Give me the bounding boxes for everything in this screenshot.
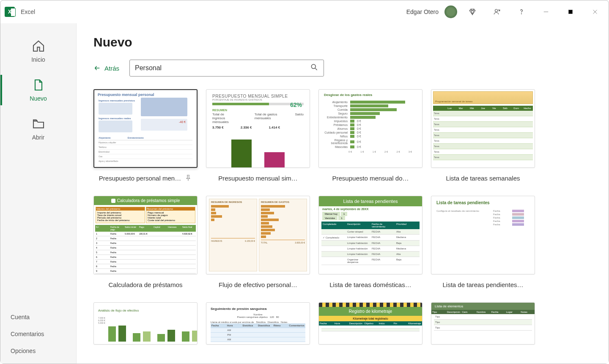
template-thumbnail: Seguimiento de presión sanguínea NombreP… — [206, 302, 310, 345]
template-card[interactable]: Análisis de flujo de efectivo 7.000 €6.0… — [93, 302, 198, 345]
sidebar-item-feedback[interactable]: Comentarios — [0, 326, 76, 342]
maximize-icon[interactable] — [561, 3, 580, 21]
template-card[interactable]: Lista de elementos TipoDescripciónCant.N… — [431, 302, 535, 345]
pin-icon[interactable] — [184, 174, 192, 182]
app-title: Excel — [21, 8, 35, 15]
page-title: Nuevo — [93, 35, 592, 49]
template-card[interactable]: Desglose de los gastos reales Alojamient… — [318, 89, 422, 184]
template-label: Lista de tareas domésticas… — [329, 281, 411, 288]
account-username[interactable]: Edgar Otero — [406, 8, 439, 15]
template-label: Lista de tareas semanales — [446, 175, 520, 182]
template-label: Lista de tareas pendientes… — [443, 281, 524, 288]
help-icon[interactable] — [512, 3, 531, 21]
template-label: Presupuesto mensual sim… — [218, 175, 298, 182]
sidebar-item-options[interactable]: Opciones — [0, 342, 76, 359]
app-window: X Excel Edgar Otero Inicio — [0, 0, 609, 364]
sidebar-item-label: Inicio — [31, 56, 45, 63]
sidebar-item-label: Abrir — [32, 134, 45, 141]
template-thumbnail: Programación semanal de tareas LunMarMié… — [431, 89, 535, 168]
sidebar-item-account[interactable]: Cuenta — [0, 309, 76, 326]
svg-rect-3 — [569, 10, 573, 14]
template-thumbnail: Lista de tareas pendientes Configure el … — [431, 196, 535, 274]
template-card[interactable]: Lista de tareas pendientes martes, 4 de … — [318, 196, 422, 290]
sidebar-item-home[interactable]: Inicio — [0, 32, 76, 71]
premium-diamond-icon[interactable] — [463, 3, 482, 21]
main-panel: Nuevo Atrás Presupuesto mensual pe — [77, 23, 609, 364]
template-thumbnail: Desglose de los gastos reales Alojamient… — [318, 89, 422, 168]
svg-point-6 — [311, 64, 315, 68]
excel-logo-icon: X — [5, 7, 15, 17]
share-person-icon[interactable] — [488, 3, 506, 21]
template-thumbnail: PRESUPUESTO MENSUAL SIMPLE PORCENTAJE DE… — [206, 89, 310, 168]
template-label: Presupuesto personal men… — [99, 175, 181, 182]
template-label: Calculadora de préstamos — [108, 281, 182, 288]
template-thumbnail: Análisis de flujo de efectivo 7.000 €6.0… — [93, 302, 198, 345]
template-card[interactable]: Presupuesto mensual personal Ingresos me… — [93, 89, 198, 184]
svg-line-7 — [315, 68, 317, 70]
back-label: Atrás — [104, 65, 119, 72]
user-avatar[interactable] — [444, 5, 457, 18]
search-icon[interactable] — [310, 63, 318, 73]
template-card[interactable]: Seguimiento de presión sanguínea NombreP… — [206, 302, 310, 345]
sidebar: Inicio Nuevo Abrir Cuenta Comentarios Op… — [0, 23, 77, 364]
svg-point-0 — [495, 9, 498, 12]
template-card[interactable]: Registro de kilometraje Kilometraje tota… — [318, 302, 422, 345]
template-card[interactable]: PRESUPUESTO MENSUAL SIMPLE PORCENTAJE DE… — [206, 89, 310, 184]
template-card[interactable]: RESUMEN DE INGRESOS INGRESOS6.150,00 € R… — [206, 196, 310, 290]
template-grid: Presupuesto mensual personal Ingresos me… — [93, 89, 592, 345]
sidebar-item-new[interactable]: Nuevo — [0, 71, 76, 109]
arrow-left-icon — [93, 64, 101, 72]
template-card[interactable]: Programación semanal de tareas LunMarMié… — [431, 89, 535, 184]
template-card[interactable]: Lista de tareas pendientes Configure el … — [431, 196, 535, 290]
close-icon[interactable] — [586, 3, 604, 21]
back-link[interactable]: Atrás — [93, 64, 119, 72]
template-thumbnail: Lista de elementos TipoDescripciónCant.N… — [431, 302, 535, 345]
search-box[interactable] — [129, 60, 324, 77]
template-thumbnail: Registro de kilometraje Kilometraje tota… — [318, 302, 422, 345]
sidebar-item-label: Nuevo — [30, 95, 47, 102]
title-bar: X Excel Edgar Otero — [0, 0, 609, 23]
template-card[interactable]: Calculadora de préstamos simple Valores … — [93, 196, 198, 290]
template-thumbnail: RESUMEN DE INGRESOS INGRESOS6.150,00 € R… — [206, 196, 310, 274]
minimize-icon[interactable] — [537, 3, 555, 21]
sidebar-item-open[interactable]: Abrir — [0, 109, 76, 148]
template-thumbnail: Calculadora de préstamos simple Valores … — [93, 196, 198, 274]
template-label: Presupuesto mensual do… — [332, 175, 409, 182]
template-thumbnail: Lista de tareas pendientes martes, 4 de … — [318, 196, 422, 274]
svg-point-1 — [521, 14, 522, 14]
search-input[interactable] — [135, 64, 307, 72]
template-thumbnail: Presupuesto mensual personal Ingresos me… — [93, 89, 198, 168]
template-label: Flujo de efectivo personal… — [219, 281, 297, 288]
